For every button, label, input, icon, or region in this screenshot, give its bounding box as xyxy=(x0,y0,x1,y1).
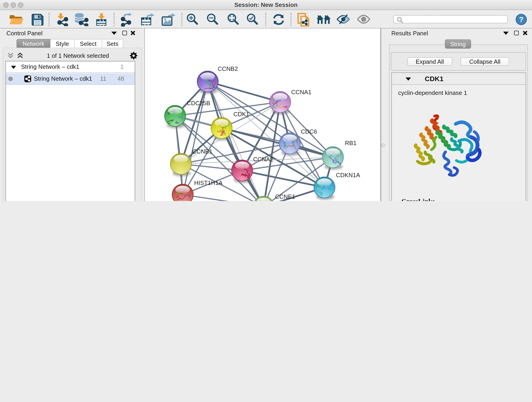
svg-text:CCNB2: CCNB2 xyxy=(218,65,238,72)
svg-text:CCNE1: CCNE1 xyxy=(275,193,295,200)
svg-text:CDKN1A: CDKN1A xyxy=(336,172,360,179)
svg-text:CCNB1: CCNB1 xyxy=(192,148,212,155)
svg-text:CDC6: CDC6 xyxy=(301,128,317,135)
svg-text:RB1: RB1 xyxy=(345,140,357,147)
svg-text:CCNA2: CCNA2 xyxy=(253,156,273,163)
svg-text:CDK1: CDK1 xyxy=(234,111,249,118)
svg-text:CDC25B: CDC25B xyxy=(187,100,210,107)
svg-text:CCNA1: CCNA1 xyxy=(291,89,311,96)
svg-text:?: ? xyxy=(519,15,524,24)
svg-text:HIST1H1A: HIST1H1A xyxy=(194,179,223,186)
